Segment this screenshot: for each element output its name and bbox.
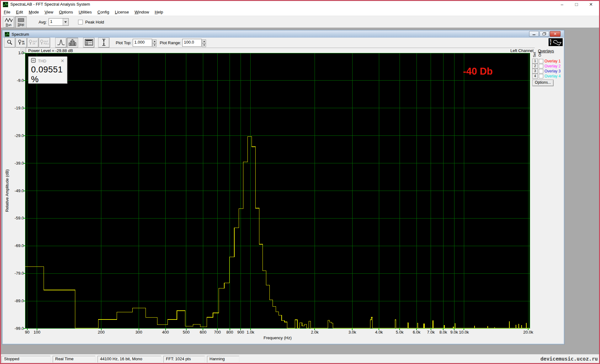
menu-mode[interactable]: Mode [26, 9, 42, 15]
app-logo-icon [3, 1, 8, 7]
status-panel-4: Hanning [207, 356, 239, 363]
y-tick--29.0: -29.0 [8, 133, 24, 138]
overlay-on-checkbox-3[interactable] [539, 69, 543, 73]
thd-titlebar: THD ✕ [29, 57, 67, 65]
overlay-label-4: Overlay 4 [544, 74, 560, 78]
y-tick-mark [23, 163, 25, 164]
menu-edit[interactable]: Edit [13, 9, 26, 15]
x-tick-400: 400 [156, 330, 175, 335]
plot-range-label: Plot Range: [160, 40, 181, 45]
display-options-button[interactable] [83, 38, 94, 48]
zoom-in-2x-button[interactable]: IN2X [16, 38, 27, 48]
menu-license[interactable]: License [112, 9, 132, 15]
plot-top-input[interactable]: 1.000 [133, 39, 152, 47]
overlay-row-3: 3Overlay 3 [532, 69, 560, 73]
x-axis-title: Frequency (Hz) [259, 335, 296, 340]
stop-button[interactable]: Stop [15, 16, 27, 28]
thd-close-icon[interactable]: ✕ [61, 58, 64, 63]
avg-label: Avg: [39, 20, 47, 24]
spectrum-minimize-button[interactable] [529, 31, 539, 37]
channel-label: Left Channel [510, 48, 534, 53]
marker-button[interactable] [98, 38, 109, 48]
menu-window[interactable]: Window [132, 9, 152, 15]
thd-pause-icon [31, 58, 36, 64]
menu-help[interactable]: Help [152, 9, 166, 15]
menu-file[interactable]: File [1, 9, 13, 15]
zoom-in-2x-icon [18, 40, 22, 46]
stop-label: Stop [18, 23, 24, 26]
run-button[interactable]: Run [3, 16, 14, 28]
overlay-set-button-4[interactable]: 4 [532, 74, 538, 79]
overlay-set-button-3[interactable]: 3 [532, 69, 538, 74]
spectralab-app: SpectraLAB - FFT Spectral Analysis Syste… [0, 0, 600, 364]
menu-options[interactable]: Options [56, 9, 76, 15]
x-tick-500: 500 [177, 330, 196, 335]
plot-top-spinner[interactable] [152, 40, 157, 46]
minimize-button[interactable]: – [555, 2, 569, 7]
overlay-on-checkbox-1[interactable] [539, 59, 543, 63]
peak-curve-button[interactable] [55, 38, 66, 48]
spectrum-restore-button[interactable] [539, 31, 549, 37]
avg-value: 1 [49, 18, 63, 25]
x-tick-1.0k: 1.0k [241, 330, 260, 335]
spin-up-icon[interactable] [152, 40, 157, 43]
spin-down-icon[interactable] [202, 43, 206, 47]
peak-hold-checkbox[interactable] [78, 20, 83, 24]
y-tick--9.0: -9.0 [8, 78, 24, 83]
overlay-row-2: 2Overlay 2 [532, 64, 560, 68]
menu-view[interactable]: View [42, 9, 56, 15]
status-panel-3: FFT: 1024 pts [163, 356, 205, 363]
y-tick-mark [23, 218, 25, 219]
x-tick-4.0k: 4.0k [369, 330, 388, 335]
zoom-out-2x-button: OUT2X [27, 38, 39, 48]
bar-graph-button[interactable] [67, 38, 78, 48]
overlay-set-button-1[interactable]: 1 [532, 59, 538, 64]
status-bar: StoppedReal Time44100 Hz, 16 bit, MonoFF… [0, 354, 600, 364]
y-tick-mark [23, 245, 25, 246]
avg-combobox[interactable]: 1 [49, 18, 69, 26]
overlay-on-checkbox-4[interactable] [539, 74, 543, 78]
signal-type-icon[interactable]: ST [549, 38, 563, 47]
plot-top-label: Plot Top: [116, 40, 131, 45]
overlays-options-button[interactable]: Options... [532, 80, 554, 86]
spectrum-logo-icon [5, 32, 9, 37]
spin-down-icon[interactable] [152, 43, 157, 47]
spectrum-titlebar[interactable]: Spectrum [3, 31, 564, 38]
maximize-button[interactable]: □ [569, 2, 584, 7]
x-tick-mark [230, 329, 230, 330]
thd-value: 0.09551 % [29, 65, 67, 84]
x-tick-100: 100 [28, 330, 46, 335]
x-tick-mark [314, 329, 315, 330]
chevron-down-icon[interactable] [63, 18, 68, 25]
y-tick-mark [23, 328, 25, 329]
run-wave-icon [5, 18, 13, 23]
overlay-on-checkbox-2[interactable] [539, 64, 543, 68]
window-controls: – □ ✕ [555, 0, 598, 8]
spectrum-plot[interactable] [25, 53, 530, 329]
spin-up-icon[interactable] [202, 40, 206, 43]
spectrum-close-button[interactable]: ✕ [550, 31, 560, 37]
menu-config[interactable]: Config [95, 9, 112, 15]
x-tick-mark [165, 329, 166, 330]
overlay-set-button-2[interactable]: 2 [532, 64, 538, 69]
magnifier-icon [7, 39, 13, 46]
menu-utilities[interactable]: Utilities [76, 9, 95, 15]
y-tick--89.0: -89.0 [8, 298, 24, 303]
magnifier-button[interactable] [4, 38, 15, 48]
y-tick--19.0: -19.0 [8, 106, 24, 110]
thd-window[interactable]: THD ✕ 0.09551 % [28, 56, 67, 83]
x-tick-2.0k: 2.0k [305, 330, 324, 335]
spectrum-toolbar: IN2XOUT2XOUTFULLPlot Top:1.000Plot Range… [3, 38, 564, 48]
watermark: devicemusic.ucoz.ru [540, 356, 598, 362]
restore-icon [543, 31, 546, 37]
plot-range-spinner[interactable] [202, 40, 206, 46]
run-label: Run [6, 23, 11, 27]
plot-range-input[interactable]: 100.0 [182, 39, 202, 47]
close-button[interactable]: ✕ [584, 2, 598, 7]
marker-icon [101, 38, 106, 47]
y-tick-mark [23, 108, 25, 108]
spectrum-title: Spectrum [12, 32, 29, 37]
menubar: FileEditModeViewOptionsUtilitiesConfigLi… [0, 8, 600, 16]
overlays-panel: Overlays Set On 1Overlay 12Overlay 23Ove… [532, 48, 562, 90]
status-panel-0: Stopped [2, 356, 50, 363]
